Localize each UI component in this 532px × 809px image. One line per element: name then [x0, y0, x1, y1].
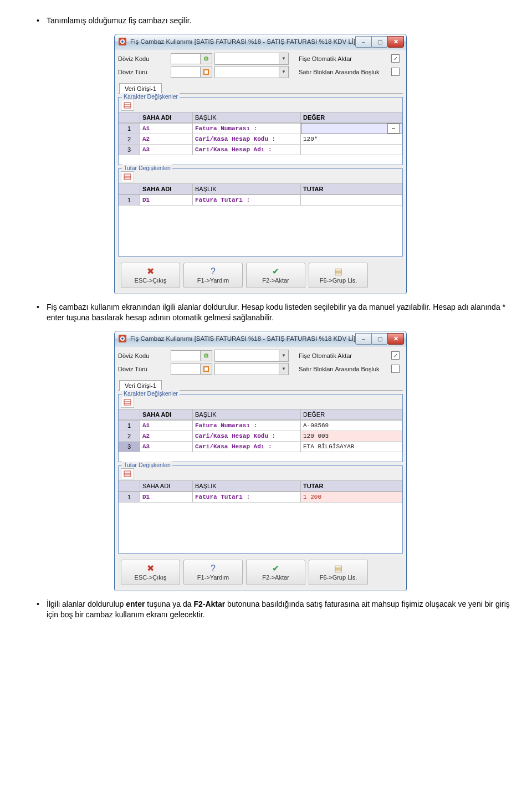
close-icon: ✖ [147, 564, 154, 573]
app-window-a: Fiş Cambaz Kullanımı [SATIS FATURASI %18… [114, 34, 407, 294]
group-tutar: Tutar Değişkenleri SAHA ADI BAŞLIK TUTAR [118, 168, 403, 257]
doc-bullet-3: • İlgili alanlar doldurulup enter tuşuna… [37, 599, 518, 620]
label-satir-bloklari: Satır Blokları Arasında Boşluk [299, 69, 391, 75]
titlebar: Fiş Cambaz Kullanımı [SATIS FATURASI %18… [115, 331, 406, 346]
svg-point-2 [121, 40, 124, 43]
svg-rect-19 [204, 367, 208, 371]
doviz-turu-lookup-icon[interactable] [201, 66, 212, 78]
grid-toolbar-icon[interactable] [121, 100, 134, 111]
close-button[interactable]: ✕ [387, 333, 404, 345]
grid-toolbar-icon[interactable] [121, 468, 134, 479]
tutar-cell[interactable]: 1 200 [301, 492, 402, 502]
doviz-kodu-combo[interactable]: ▼ [214, 53, 289, 65]
deger-cell[interactable] [301, 145, 402, 155]
group-tutar: Tutar Değişkenleri SAHA ADI BAŞLIK TUTAR [118, 465, 403, 554]
esc-button[interactable]: ✖ ESC->Çıkış [121, 263, 180, 288]
window-title: Fiş Cambaz Kullanımı [SATIS FATURASI %18… [130, 335, 356, 342]
bullet-text-3: İlgili alanlar doldurulup enter tuşuna y… [47, 599, 518, 620]
maximize-button[interactable]: ▢ [371, 333, 388, 345]
f6-grup-button[interactable]: ▤ F6->Grup Lis. [309, 560, 368, 585]
bullet-icon: • [37, 16, 47, 26]
f2-aktar-button[interactable]: ✔ F2->Aktar [246, 263, 305, 288]
grid-row[interactable]: 2 A2 Cari/Kasa Hesap Kodu : 120* [119, 134, 402, 145]
f1-help-button[interactable]: ? F1->Yardım [183, 263, 243, 288]
deger-cell[interactable]: A-08569 [301, 421, 402, 431]
doviz-turu-field[interactable] [171, 66, 201, 78]
grid-toolbar-icon[interactable] [121, 397, 134, 408]
list-icon: ▤ [334, 564, 342, 573]
grid-row[interactable]: 3 A3 Cari/Kasa Hesap Adı : [119, 145, 402, 155]
bullet-text-2: Fiş cambazı kullanım ekranından ilgili a… [47, 302, 518, 323]
maximize-button[interactable]: ▢ [371, 36, 388, 48]
label-doviz-turu: Döviz Türü [118, 69, 171, 75]
titlebar: Fiş Cambaz Kullanımı [SATIS FATURASI %18… [115, 34, 406, 49]
grid-toolbar-icon[interactable] [121, 171, 134, 182]
svg-rect-20 [124, 400, 131, 405]
doviz-turu-combo[interactable]: ▼ [214, 363, 289, 375]
deger-cell[interactable]: ETA BİLGİSAYAR [301, 442, 402, 452]
f1-help-button[interactable]: ? F1->Yardım [183, 560, 243, 585]
doc-bullet-2: • Fiş cambazı kullanım ekranından ilgili… [37, 302, 518, 323]
satir-bloklari-checkbox[interactable] [391, 68, 400, 76]
app-icon [118, 334, 127, 343]
col-deger: DEĞER [301, 112, 402, 122]
svg-point-15 [121, 337, 124, 340]
group-karakter: Karakter Değişkenler SAHA ADI BAŞLIK DEĞ… [118, 97, 403, 165]
f6-grup-button[interactable]: ▤ F6->Grup Lis. [309, 263, 368, 288]
label-fise-otomatik: Fişe Otomatik Aktar [299, 55, 391, 62]
doviz-turu-lookup-icon[interactable] [201, 363, 212, 375]
list-icon: ▤ [334, 267, 342, 276]
grid-row[interactable]: 1 A1 Fatura Numarası : ⋯ [119, 124, 402, 134]
help-icon: ? [211, 564, 216, 573]
minimize-button[interactable]: – [355, 333, 372, 345]
close-button[interactable]: ✕ [387, 36, 404, 48]
svg-text:$: $ [205, 354, 208, 359]
close-icon: ✖ [147, 267, 154, 276]
doviz-turu-field[interactable] [171, 363, 201, 375]
doc-bullet-1: • Tanımlamış olduğumuz fiş cambazı seçil… [37, 16, 518, 26]
doviz-kodu-lookup-icon[interactable]: $ [201, 53, 212, 64]
doviz-turu-combo[interactable]: ▼ [214, 66, 289, 78]
tutar-cell[interactable] [301, 195, 402, 205]
app-window-b: Fiş Cambaz Kullanımı [SATIS FATURASI %18… [114, 331, 407, 591]
lookup-icon[interactable]: ⋯ [387, 124, 400, 134]
deger-cell[interactable]: ⋯ [301, 123, 402, 134]
f2-aktar-button[interactable]: ✔ F2->Aktar [246, 560, 305, 585]
col-baslik: BAŞLIK [193, 112, 301, 122]
bullet-text-1: Tanımlamış olduğumuz fiş cambazı seçilir… [47, 16, 518, 26]
help-icon: ? [211, 267, 216, 276]
col-saha: SAHA ADI [140, 112, 193, 122]
svg-rect-10 [124, 174, 131, 180]
group-karakter-title: Karakter Değişkenler [122, 93, 180, 100]
svg-text:$: $ [205, 57, 208, 62]
check-icon: ✔ [272, 267, 279, 276]
doviz-kodu-field[interactable] [171, 350, 201, 361]
doviz-kodu-combo[interactable]: ▼ [214, 350, 289, 362]
doviz-kodu-lookup-icon[interactable]: $ [201, 350, 212, 361]
grid-row[interactable]: 2 A2 Cari/Kasa Hesap Kodu : 120 003 [119, 431, 402, 442]
grid-row[interactable]: 1 D1 Fatura Tutarı : [119, 195, 402, 206]
app-icon [118, 37, 127, 46]
group-tutar-title: Tutar Değişkenleri [122, 165, 172, 171]
grid-row[interactable]: 3 A3 Cari/Kasa Hesap Adı : ETA BİLGİSAYA… [119, 442, 402, 452]
doviz-kodu-field[interactable] [171, 53, 201, 64]
grid-row[interactable]: 1 A1 Fatura Numarası : A-08569 [119, 421, 402, 431]
fise-otomatik-checkbox[interactable]: ✓ [391, 54, 400, 63]
svg-rect-7 [124, 103, 131, 108]
window-title: Fiş Cambaz Kullanımı [SATIS FATURASI %18… [130, 38, 356, 45]
tab-veri-girisi-1[interactable]: Veri Girişi-1 [119, 380, 162, 391]
minimize-button[interactable]: – [355, 36, 372, 48]
satir-bloklari-checkbox[interactable] [391, 365, 400, 373]
label-doviz-kodu: Döviz Kodu [118, 55, 171, 62]
check-icon: ✔ [272, 564, 279, 573]
fise-otomatik-checkbox[interactable]: ✓ [391, 351, 400, 360]
grid-row[interactable]: 1 D1 Fatura Tutarı : 1 200 [119, 492, 402, 503]
svg-rect-6 [204, 70, 208, 74]
esc-button[interactable]: ✖ ESC->Çıkış [121, 560, 180, 585]
bullet-icon: • [37, 599, 47, 620]
deger-cell[interactable]: 120 003 [301, 431, 402, 441]
tab-veri-girisi-1[interactable]: Veri Girişi-1 [119, 83, 162, 94]
bullet-icon: • [37, 302, 47, 323]
deger-cell[interactable]: 120* [301, 134, 402, 144]
group-karakter: Karakter Değişkenler SAHA ADI BAŞLIK DEĞ… [118, 394, 403, 462]
